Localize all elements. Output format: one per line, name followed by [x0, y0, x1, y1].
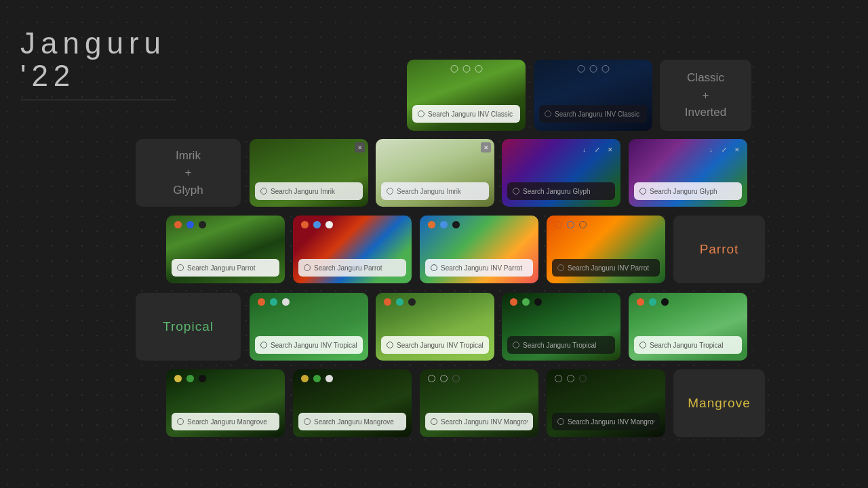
search-text: Search Janguru Tropical: [523, 342, 596, 349]
search-bar[interactable]: Search Janguru Parrot: [298, 259, 406, 277]
dot-dark-f: [534, 298, 542, 306]
search-icon: [557, 418, 564, 425]
search-text: Search Janguru Mangrove: [187, 418, 267, 426]
parrot-inv-dark-card[interactable]: Search Janguru INV Parrot: [547, 216, 665, 283]
imrik-light-card[interactable]: ✕ Search Janguru Imrik: [250, 139, 368, 207]
search-text: Search Janguru INV Tropical: [271, 342, 357, 349]
search-bar-inv-classic-dark[interactable]: Search Janguru INV Classic: [539, 105, 647, 123]
dot-yellow-outline: [555, 375, 562, 382]
dot-blue: [440, 221, 448, 228]
search-bar[interactable]: Search Janguru INV Parrot: [425, 259, 533, 277]
tropical-dark-card[interactable]: Search Janguru Tropical: [502, 293, 620, 361]
search-icon: [431, 418, 437, 425]
tropical-inv-light2-card[interactable]: Search Janguru INV Tropical: [376, 293, 494, 361]
search-text: Search Janguru INV Classic: [555, 110, 639, 118]
dot-orange-f: [510, 298, 517, 306]
dot-dark-outline: [579, 221, 587, 228]
title-area: Janguru '22: [20, 27, 176, 100]
search-icon: [639, 188, 646, 195]
close-x-btn[interactable]: ✕: [355, 142, 365, 152]
dot-blue: [313, 221, 321, 228]
classic-plus: +: [685, 87, 726, 104]
search-icon: [545, 110, 551, 117]
search-bar[interactable]: Search Janguru Mangrove: [172, 413, 279, 430]
search-bar[interactable]: Search Janguru INV Tropical: [255, 336, 363, 354]
classic-inverted-label: Classic + Inverted: [660, 60, 751, 131]
inv-classic-light-card[interactable]: Search Janguru INV Classic: [407, 60, 526, 131]
search-bar-glyph-light[interactable]: Search Janguru Glyph: [507, 182, 615, 200]
dot-dark: [452, 221, 460, 228]
mangrove-card2[interactable]: Search Janguru Mangrove: [293, 369, 412, 437]
close-x-btn[interactable]: ✕: [481, 142, 491, 152]
dot-dark: [199, 221, 206, 228]
dot-blue-outline: [567, 221, 574, 228]
search-bar[interactable]: Search Janguru Parrot: [172, 259, 279, 277]
dot-dark-outline: [579, 375, 587, 382]
search-bar-imrik-dark[interactable]: Search Janguru Imrik: [381, 182, 489, 200]
search-bar[interactable]: Search Janguru Tropical: [634, 336, 742, 354]
search-bar-imrik-light[interactable]: Search Janguru Imrik: [255, 182, 363, 200]
dot-green-outline: [567, 375, 574, 382]
imrik-glyph-label: Imrik + Glyph: [136, 139, 241, 207]
search-icon: [304, 418, 311, 425]
imrik-dark-card[interactable]: ✕ Search Janguru Imrik: [376, 139, 494, 207]
dot-blue: [186, 221, 194, 228]
window-controls-glyph-light: ↓ ⤢ ✕: [579, 144, 615, 155]
search-bar[interactable]: Search Janguru INV Tropical: [381, 336, 489, 354]
search-text: Search Janguru INV Mangrove: [441, 418, 528, 426]
tropical-light2-card[interactable]: Search Janguru Tropical: [629, 293, 747, 361]
dot-dark: [408, 298, 416, 306]
dot-green: [186, 375, 194, 382]
dot-white: [326, 375, 333, 382]
search-text: Search Janguru INV Parrot: [441, 264, 522, 272]
search-bar[interactable]: Search Janguru Mangrove: [298, 413, 406, 430]
window-controls-glyph-dark: ↓ ⤢ ✕: [706, 144, 742, 155]
dot-green-outline: [440, 375, 448, 382]
tropical-text: Tropical: [163, 319, 214, 334]
search-bar[interactable]: Search Janguru INV Mangrove: [552, 413, 660, 430]
search-bar[interactable]: Search Janguru INV Parrot: [552, 259, 660, 277]
dot-dark-outline: [452, 375, 460, 382]
dot-green-f: [522, 298, 530, 306]
mangrove-card1[interactable]: Search Janguru Mangrove: [166, 369, 285, 437]
search-text: Search Janguru Mangrove: [314, 418, 394, 426]
parrot-light1-card[interactable]: Search Janguru Parrot: [166, 216, 285, 283]
search-icon: [513, 188, 519, 195]
dot-yellow: [174, 375, 182, 382]
search-text: Search Janguru Parrot: [314, 264, 382, 272]
glyph-dark-card[interactable]: ↓ ⤢ ✕ Search Janguru Glyph: [629, 139, 747, 207]
search-text: Search Janguru INV Classic: [428, 110, 513, 118]
search-bar[interactable]: Search Janguru Tropical: [507, 336, 615, 354]
mangrove-label: Mangrove: [673, 369, 765, 437]
title-divider: [20, 100, 176, 100]
dot-orange-outline: [555, 221, 562, 228]
search-text: Search Janguru Imrik: [397, 188, 461, 195]
dot-2: [462, 65, 470, 73]
glyph-light-card[interactable]: ↓ ⤢ ✕ Search Janguru Glyph: [502, 139, 620, 207]
tropical-label: Tropical: [136, 293, 241, 361]
dot-teal-f: [649, 298, 656, 306]
search-bar[interactable]: Search Janguru INV Mangrove: [425, 413, 533, 430]
search-icon: [304, 264, 311, 271]
app-title: Janguru '22: [20, 27, 176, 93]
parrot-inv-light-card[interactable]: Search Janguru INV Parrot: [420, 216, 538, 283]
dot-yellow: [301, 375, 309, 382]
dot-orange-f: [637, 298, 644, 306]
search-bar-glyph-dark[interactable]: Search Janguru Glyph: [634, 182, 742, 200]
search-icon: [260, 342, 267, 348]
search-icon: [513, 342, 519, 348]
inv-classic-dark-card[interactable]: Search Janguru INV Classic: [534, 60, 652, 131]
mangrove-inv-dark-card[interactable]: Search Janguru INV Mangrove: [547, 369, 665, 437]
search-bar-inv-classic-light[interactable]: Search Janguru INV Classic: [412, 105, 520, 123]
dot-white: [282, 298, 290, 306]
dot-white: [326, 221, 333, 228]
dot-green: [313, 375, 321, 382]
mangrove-inv-light-card[interactable]: Search Janguru INV Mangrove: [420, 369, 538, 437]
tropical-inv-light-card[interactable]: Search Janguru INV Tropical: [250, 293, 368, 361]
parrot-colorful-card[interactable]: Search Janguru Parrot: [293, 216, 412, 283]
glyph-label: Glyph: [173, 182, 203, 199]
dot-orange: [384, 298, 391, 306]
dot-2: [589, 65, 597, 73]
parrot-label: Parrot: [673, 216, 765, 283]
classic-label: Classic: [685, 69, 726, 87]
